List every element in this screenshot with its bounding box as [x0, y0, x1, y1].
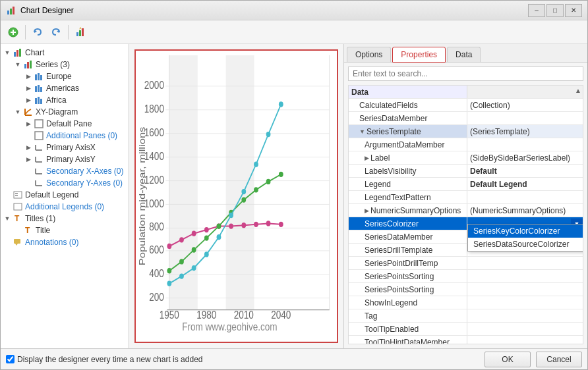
tree-item-americas[interactable]: ▶ Americas — [1, 82, 129, 94]
svg-point-79 — [192, 230, 196, 236]
titles-icon: T — [13, 213, 23, 224]
props-row-tte: ToolTipEnabled — [349, 323, 583, 336]
tree-label-annot: Annotations (0) — [25, 238, 78, 247]
prop-name-label: ▶ Label — [349, 151, 467, 164]
prop-val-sps2[interactable] — [467, 283, 583, 296]
tree-item-annot[interactable]: ▶ Annotations (0) — [1, 236, 129, 248]
svg-rect-15 — [27, 62, 29, 68]
svg-point-103 — [241, 189, 246, 194]
chart-wizard-button[interactable] — [72, 24, 89, 41]
props-row-legendtext: LegendTextPattern — [349, 191, 583, 204]
prop-val-tag[interactable] — [467, 309, 583, 322]
tree-item-title[interactable]: ▶ T Title — [1, 225, 129, 236]
dropdown-item-datasource[interactable]: SeriesDataSourceColorizer — [468, 238, 583, 251]
props-row-labelsvis: LabelsVisibility Default — [349, 165, 583, 178]
svg-point-86 — [279, 222, 283, 227]
maximize-button[interactable]: □ — [546, 4, 564, 17]
main-content: ▼ Chart ▼ Series (3) ▶ Europe — [1, 44, 587, 348]
prop-val-calcfields[interactable]: (Collection) — [467, 99, 583, 111]
svg-text:400: 400 — [149, 267, 164, 280]
svg-rect-47 — [169, 55, 198, 310]
prop-val-tte[interactable] — [467, 323, 583, 335]
minimize-button[interactable]: – — [528, 4, 545, 17]
cancel-button[interactable]: Cancel — [536, 352, 582, 367]
prop-val-sdm[interactable] — [467, 112, 583, 124]
prop-val-legend[interactable]: Default Legend — [467, 178, 583, 190]
svg-rect-25 — [40, 99, 42, 104]
expander-axisy: ▶ — [23, 154, 34, 165]
label-expander: ▶ — [365, 155, 369, 161]
tree-item-axisx[interactable]: ▶ Primary AxisX — [1, 142, 129, 153]
svg-rect-48 — [226, 55, 254, 310]
svg-point-91 — [217, 223, 221, 228]
legend-icon — [13, 190, 23, 200]
prop-val-sil[interactable] — [467, 296, 583, 309]
svg-rect-18 — [38, 73, 40, 80]
tree-item-xy-diagram[interactable]: ▼ XY-Diagram — [1, 106, 129, 118]
colorizer-dropdown: SeriesKeyColorColorizer SeriesDataSource… — [467, 224, 583, 251]
tree-item-sec-y[interactable]: ▶ Secondary Y-Axes (0) — [1, 177, 129, 189]
svg-rect-9 — [79, 30, 81, 36]
expander-series: ▼ — [13, 59, 23, 70]
svg-point-89 — [192, 247, 196, 252]
svg-text:1950: 1950 — [160, 309, 179, 321]
expander-xy: ▼ — [13, 107, 23, 117]
svg-rect-12 — [16, 50, 18, 57]
tab-data[interactable]: Data — [447, 47, 481, 62]
tree-item-axisy[interactable]: ▶ Primary AxisY — [1, 153, 129, 165]
svg-rect-1 — [10, 9, 12, 14]
tree-label-xy: XY-Diagram — [36, 107, 78, 117]
scroll-up-icon: ▲ — [575, 87, 581, 94]
tree-item-europe[interactable]: ▶ Europe — [1, 70, 129, 82]
props-row-legend: Legend Default Legend — [349, 178, 583, 191]
svg-point-99 — [192, 265, 196, 271]
dropdown-item-keycolor[interactable]: SeriesKeyColorColorizer — [468, 225, 583, 238]
props-tabs: Options Properties Data — [344, 44, 587, 63]
tree-item-series[interactable]: ▼ Series (3) — [1, 59, 129, 70]
tree-label-series: Series (3) — [36, 60, 70, 69]
redo-button[interactable] — [47, 24, 65, 41]
close-button[interactable]: ✕ — [565, 4, 582, 17]
tree-item-titles[interactable]: ▼ T Titles (1) — [1, 213, 129, 225]
tree-item-add-legends[interactable]: ▶ Additional Legends (0) — [1, 201, 129, 213]
tree-item-sec-x[interactable]: ▶ Secondary X-Axes (0) — [1, 165, 129, 177]
search-input[interactable] — [348, 66, 583, 81]
tree-item-legend[interactable]: ▶ Default Legend — [1, 189, 129, 201]
tree-item-chart[interactable]: ▼ Chart — [1, 47, 129, 59]
display-checkbox-label: Display the designer every time a new ch… — [6, 355, 202, 364]
prop-val-ltp[interactable] — [467, 191, 583, 203]
svg-rect-41 — [14, 203, 22, 210]
svg-rect-10 — [82, 28, 84, 36]
prop-val-label[interactable]: (SideBySideBarSeriesLabel) — [467, 151, 583, 164]
prop-val-adm[interactable] — [467, 138, 583, 151]
tree-item-add-panes[interactable]: ▶ Additional Panes (0) — [1, 130, 129, 142]
svg-point-87 — [167, 268, 171, 273]
prop-val-sps1[interactable] — [467, 270, 583, 282]
expander-axisx: ▶ — [23, 142, 34, 153]
svg-rect-16 — [30, 61, 32, 68]
undo-icon — [32, 27, 43, 38]
tree-item-africa[interactable]: ▶ Africa — [1, 94, 129, 106]
tab-options[interactable]: Options — [347, 47, 391, 62]
prop-name-calcfields: CalculatedFields — [349, 99, 467, 111]
undo-button[interactable] — [29, 24, 46, 41]
ok-button[interactable]: OK — [485, 352, 531, 367]
sec-x-icon — [34, 166, 44, 176]
svg-point-95 — [266, 179, 271, 184]
europe-icon — [34, 71, 44, 82]
prop-name-tte: ToolTipEnabled — [349, 323, 467, 335]
prop-name-colorizer: SeriesColorizer — [349, 217, 467, 230]
svg-point-105 — [266, 132, 271, 137]
add-legends-icon — [13, 201, 23, 212]
prop-val-lv[interactable]: Default — [467, 165, 583, 177]
prop-val-spdt[interactable] — [467, 257, 583, 269]
svg-rect-38 — [14, 192, 22, 198]
tree-item-default-pane[interactable]: ▶ Default Pane — [1, 118, 129, 130]
add-button[interactable] — [5, 24, 22, 41]
tab-properties[interactable]: Properties — [392, 47, 446, 63]
prop-val-tthd[interactable] — [467, 336, 583, 344]
props-section-data: Data ▲ — [349, 86, 583, 99]
prop-val-nso[interactable]: (NumericSummaryOptions) — [467, 204, 583, 217]
display-checkbox[interactable] — [6, 355, 15, 363]
prop-val-st[interactable]: (SeriesTemplate) — [467, 125, 583, 138]
